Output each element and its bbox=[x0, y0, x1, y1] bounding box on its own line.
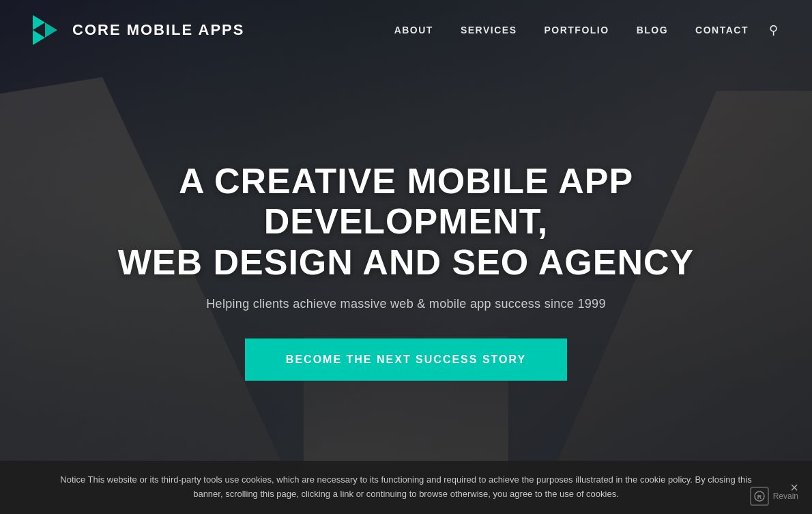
nav-link-portfolio[interactable]: PORTFOLIO bbox=[530, 25, 622, 35]
brand-name-text: CORE MOBILE APPS bbox=[72, 21, 244, 39]
brand-logo-icon bbox=[27, 12, 63, 48]
nav-item-portfolio[interactable]: PORTFOLIO bbox=[530, 24, 622, 36]
revain-badge: R Revain bbox=[750, 487, 798, 506]
nav-item-blog[interactable]: BLOG bbox=[623, 24, 682, 36]
cookie-notice: Notice This website or its third-party t… bbox=[0, 461, 812, 514]
nav-item-services[interactable]: SERVICES bbox=[447, 24, 531, 36]
hero-title-line2: WEB DESIGN AND SEO AGENCY bbox=[118, 242, 695, 282]
nav-link-about[interactable]: ABOUT bbox=[381, 25, 447, 35]
revain-icon: R bbox=[750, 487, 769, 506]
svg-marker-2 bbox=[45, 23, 57, 38]
navbar: CORE MOBILE APPS ABOUT SERVICES PORTFOLI… bbox=[0, 0, 812, 60]
svg-marker-1 bbox=[33, 30, 45, 45]
nav-search-item[interactable]: ⚲ bbox=[762, 23, 785, 38]
nav-item-contact[interactable]: CONTACT bbox=[682, 24, 762, 36]
nav-item-about[interactable]: ABOUT bbox=[381, 24, 447, 36]
hero-subtitle: Helping clients achieve massive web & mo… bbox=[99, 297, 713, 311]
cta-button[interactable]: BECOME THE NEXT SUCCESS STORY bbox=[245, 339, 567, 381]
search-icon[interactable]: ⚲ bbox=[762, 23, 785, 37]
nav-links: ABOUT SERVICES PORTFOLIO BLOG CONTACT ⚲ bbox=[381, 23, 785, 38]
hero-title: A CREATIVE MOBILE APP DEVELOPMENT, WEB D… bbox=[99, 160, 713, 283]
revain-logo-icon: R bbox=[753, 490, 766, 502]
svg-text:R: R bbox=[757, 494, 762, 500]
nav-link-services[interactable]: SERVICES bbox=[447, 25, 531, 35]
cookie-text: Notice This website or its third-party t… bbox=[60, 474, 751, 499]
brand-link[interactable]: CORE MOBILE APPS bbox=[27, 12, 244, 48]
hero-title-line1: A CREATIVE MOBILE APP DEVELOPMENT, bbox=[179, 160, 633, 241]
hero-section: CORE MOBILE APPS ABOUT SERVICES PORTFOLI… bbox=[0, 0, 812, 514]
nav-link-blog[interactable]: BLOG bbox=[623, 25, 682, 35]
svg-marker-0 bbox=[33, 15, 45, 30]
nav-link-contact[interactable]: CONTACT bbox=[682, 25, 762, 35]
hero-content: A CREATIVE MOBILE APP DEVELOPMENT, WEB D… bbox=[99, 160, 713, 380]
revain-label: Revain bbox=[773, 491, 798, 501]
